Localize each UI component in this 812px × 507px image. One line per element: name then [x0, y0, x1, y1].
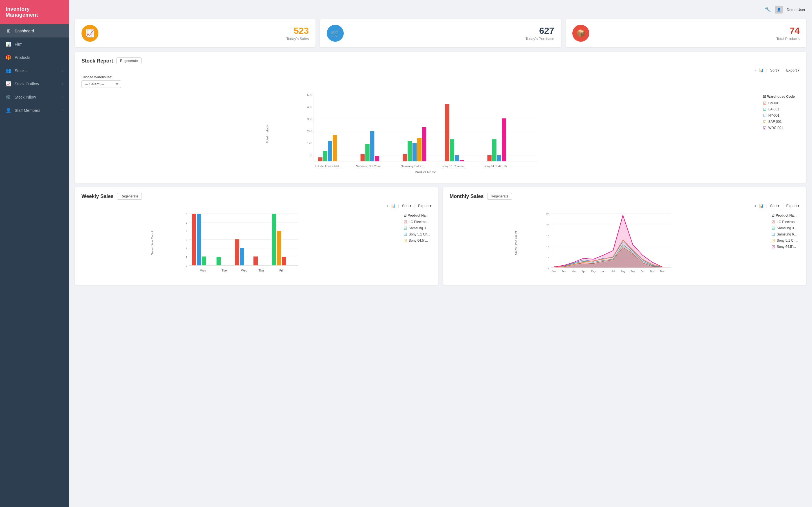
svg-text:Aug: Aug: [620, 270, 625, 273]
svg-text:360: 360: [307, 117, 312, 121]
svg-text:600: 600: [307, 93, 312, 97]
svg-text:Jan: Jan: [552, 270, 556, 273]
sidebar-item-label: Stock Outflow: [15, 82, 39, 86]
svg-text:LG Electronics Flat...: LG Electronics Flat...: [315, 165, 342, 168]
svg-rect-29: [450, 139, 454, 161]
monthly-chart-container: Sales Date Count 25 20 15 10 5: [450, 211, 800, 279]
stock-report-toolbar: › 📊 | Sort ▾ | Export ▾: [82, 68, 800, 72]
sidebar-item-stock-inflow[interactable]: 🛒 Stock Inflow ›: [0, 91, 69, 104]
svg-text:Sales Date Count: Sales Date Count: [514, 231, 517, 255]
dashboard-icon: ⊞: [6, 28, 11, 34]
warehouse-selector: Choose Warehouse: --- Select --- CA-001 …: [82, 75, 800, 88]
svg-text:Oct: Oct: [641, 270, 645, 273]
stock-report-header: Stock Report Regenerate: [82, 57, 800, 64]
svg-rect-24: [408, 141, 412, 161]
purchase-icon: 🛒: [327, 25, 344, 42]
topbar: 🔧 👤 Demo User: [75, 6, 806, 13]
kpi-products-info: 74 Total Products: [595, 25, 800, 41]
kpi-purchase-label: Today's Purchase: [349, 37, 554, 41]
svg-text:Fri: Fri: [280, 269, 283, 272]
svg-text:120: 120: [307, 142, 312, 145]
avatar: 👤: [775, 6, 783, 13]
kpi-purchase: 🛒 627 Today's Purchase: [320, 19, 561, 47]
svg-text:0: 0: [186, 264, 188, 267]
sidebar-item-staff-members[interactable]: 👤 Staff Members ›: [0, 104, 69, 117]
legend-item-lg: ☑ LG Electron...: [771, 220, 800, 224]
svg-rect-60: [202, 257, 206, 266]
settings-icon[interactable]: 🔧: [765, 6, 771, 13]
svg-text:20: 20: [546, 224, 549, 227]
sidebar: Inventory Management ⊞ Dashboard 📊 Firm …: [0, 0, 69, 507]
monthly-chart: Sales Date Count 25 20 15 10 5: [450, 211, 766, 279]
stock-report-legend: ☑ Warehouse Code ☑ CA-001 ☑ LA-001 ☑ NY-…: [763, 92, 800, 132]
chart-type-button[interactable]: 📊: [759, 204, 763, 208]
svg-text:Total Instock: Total Instock: [265, 125, 269, 144]
kpi-products-label: Total Products: [595, 37, 800, 41]
export-button[interactable]: Export ▾: [786, 204, 800, 208]
chart-type-button[interactable]: 📊: [759, 68, 763, 72]
sort-button[interactable]: Sort ▾: [402, 204, 412, 208]
svg-text:Samsung 65-Inch...: Samsung 65-Inch...: [401, 165, 426, 168]
sidebar-item-label: Stocks: [15, 68, 27, 73]
svg-rect-25: [412, 143, 417, 161]
expand-button[interactable]: ›: [387, 204, 388, 208]
sidebar-item-dashboard[interactable]: ⊞ Dashboard: [0, 24, 69, 38]
svg-text:May: May: [591, 270, 596, 273]
svg-rect-62: [235, 239, 239, 265]
weekly-sales-card: Weekly Sales Regenerate › 📊 | Sort ▾ | E…: [75, 187, 439, 285]
svg-text:5: 5: [186, 221, 188, 224]
export-button[interactable]: Export ▾: [418, 204, 432, 208]
legend-item-ny001: ☑ NY-001: [763, 113, 800, 118]
legend-item-sony51: ☑ Sony 5.1 Ch...: [403, 232, 432, 237]
nav-menu: ⊞ Dashboard 📊 Firm 🎁 Products › 👥 Stocks…: [0, 24, 69, 117]
svg-text:4: 4: [186, 230, 188, 233]
monthly-toolbar: › 📊 | Sort ▾ | Export ▾: [450, 204, 800, 208]
monthly-sales-regenerate-button[interactable]: Regenerate: [487, 193, 512, 200]
sort-button[interactable]: Sort ▾: [770, 68, 779, 72]
svg-rect-22: [375, 156, 379, 161]
svg-text:Sony 5.1 Channel...: Sony 5.1 Channel...: [442, 165, 467, 168]
svg-rect-18: [333, 135, 337, 161]
monthly-sales-title: Monthly Sales: [450, 193, 484, 200]
svg-text:Thu: Thu: [259, 269, 264, 272]
stocks-icon: 👥: [6, 68, 11, 73]
warehouse-label: Choose Warehouse:: [82, 75, 800, 79]
chevron-right-icon: ›: [62, 96, 63, 99]
svg-rect-32: [488, 155, 492, 161]
sort-button[interactable]: Sort ▾: [770, 204, 779, 208]
chart-type-button[interactable]: 📊: [391, 204, 395, 208]
svg-rect-31: [460, 160, 464, 161]
svg-rect-65: [272, 214, 276, 265]
weekly-toolbar: › 📊 | Sort ▾ | Export ▾: [82, 204, 432, 208]
weekly-sales-regenerate-button[interactable]: Regenerate: [117, 193, 142, 200]
svg-text:Mon: Mon: [200, 269, 206, 272]
svg-text:Samsung 3.1 Chan...: Samsung 3.1 Chan...: [356, 165, 383, 168]
legend-item-ca001: ☑ CA-001: [763, 101, 800, 105]
svg-rect-33: [492, 139, 497, 161]
expand-button[interactable]: ›: [755, 68, 756, 72]
svg-rect-64: [253, 257, 258, 266]
svg-rect-16: [323, 151, 327, 161]
export-button[interactable]: Export ▾: [786, 68, 800, 72]
legend-item-lg: ☑ LG Electron...: [403, 220, 432, 224]
monthly-sales-card: Monthly Sales Regenerate › 📊 | Sort ▾ | …: [443, 187, 807, 285]
svg-text:Jun: Jun: [601, 270, 605, 273]
kpi-products: 📦 74 Total Products: [566, 19, 806, 47]
stock-report-regenerate-button[interactable]: Regenerate: [116, 57, 142, 64]
svg-rect-67: [282, 257, 286, 266]
sidebar-item-stocks[interactable]: 👥 Stocks ›: [0, 64, 69, 77]
kpi-purchase-number: 627: [349, 25, 554, 36]
svg-rect-28: [445, 104, 449, 161]
svg-text:15: 15: [546, 235, 549, 238]
svg-rect-34: [497, 155, 501, 161]
sidebar-item-firm[interactable]: 📊 Firm: [0, 38, 69, 51]
stock-report-chart: Total Instock 600 480 360 240 120: [82, 92, 757, 177]
sidebar-item-products[interactable]: 🎁 Products ›: [0, 51, 69, 64]
expand-button[interactable]: ›: [755, 204, 756, 208]
svg-text:Sony 64.5" 4K Ultr...: Sony 64.5" 4K Ultr...: [484, 165, 509, 168]
warehouse-select[interactable]: --- Select --- CA-001 LA-001 NY-001 SAF-…: [82, 80, 121, 88]
chevron-right-icon: ›: [62, 69, 63, 72]
sidebar-item-stock-outflow[interactable]: 📈 Stock Outflow ›: [0, 77, 69, 91]
sidebar-item-label: Products: [15, 55, 30, 60]
chevron-right-icon: ›: [62, 109, 63, 112]
